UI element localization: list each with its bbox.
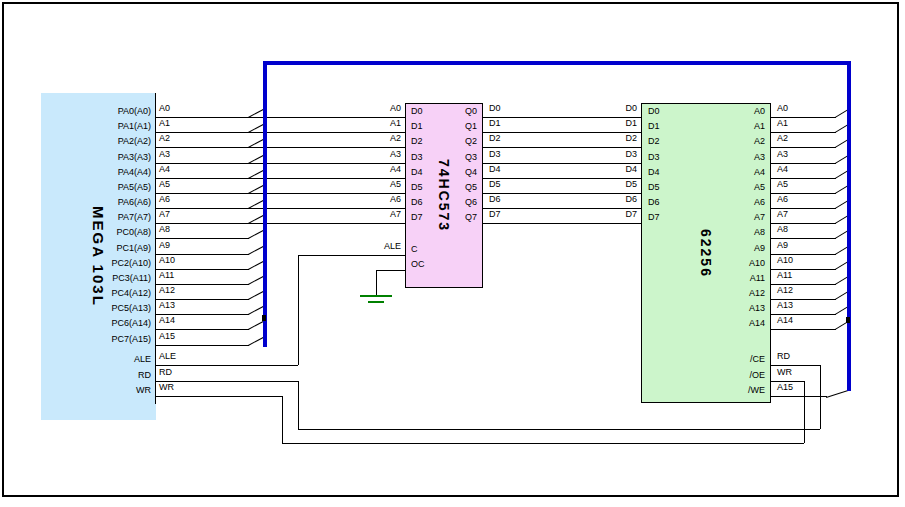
net-label-d2-right: D2 <box>625 134 637 143</box>
pin-mcu-rd: RD <box>138 371 151 380</box>
net-label-a2-mcu: A2 <box>159 134 170 143</box>
net-label-d2-left: D2 <box>489 134 501 143</box>
net-label-a7-latch: A7 <box>390 210 401 219</box>
pin-sram-a13: A13 <box>749 304 765 313</box>
net-label-a3-sram: A3 <box>777 150 788 159</box>
net-label-d4-left: D4 <box>489 165 501 174</box>
net-label-rd-mcu: RD <box>159 368 172 377</box>
pin-latch-q4: Q4 <box>465 168 477 177</box>
pin-latch-d1: D1 <box>411 122 423 131</box>
pin-sram-a6: A6 <box>754 198 765 207</box>
pin-sram-d1: D1 <box>648 122 660 131</box>
net-label-d7-right: D7 <box>625 210 637 219</box>
pin-latch-oc: OC <box>411 260 425 269</box>
net-label-rd-sram: RD <box>777 352 790 361</box>
net-label-d6-left: D6 <box>489 195 501 204</box>
pin-mcu-pc3-a11: PC3(A11) <box>112 274 151 283</box>
net-label-a13-sram: A13 <box>777 301 793 310</box>
net-label-a0-latch: A0 <box>390 104 401 113</box>
pin-mcu-wr: WR <box>136 386 151 395</box>
net-label-a5-sram: A5 <box>777 180 788 189</box>
pin-latch-q2: Q2 <box>465 137 477 146</box>
pin-mcu-pa5-a5: PA5(A5) <box>118 183 151 192</box>
pin-sram-d6: D6 <box>648 198 660 207</box>
pin-latch-q7: Q7 <box>465 213 477 222</box>
net-label-a3-latch: A3 <box>390 150 401 159</box>
net-label-wr-mcu: WR <box>159 383 174 392</box>
net-label-d6-right: D6 <box>625 195 637 204</box>
net-label-a9-mcu: A9 <box>159 241 170 250</box>
net-label-ale-mcu: ALE <box>159 352 176 361</box>
pin-latch-d4: D4 <box>411 168 423 177</box>
net-label-a4-mcu: A4 <box>159 165 170 174</box>
net-label-a14-sram: A14 <box>777 316 793 325</box>
net-label-a1-latch: A1 <box>390 119 401 128</box>
pin-mcu-pc0-a8: PC0(A8) <box>116 228 151 237</box>
net-label-d5-left: D5 <box>489 180 501 189</box>
net-label-d0-right: D0 <box>625 104 637 113</box>
pin-latch-d5: D5 <box>411 183 423 192</box>
net-label-a12-sram: A12 <box>777 286 793 295</box>
pin-sram-a11: A11 <box>750 274 765 283</box>
pin-sram-we: /WE <box>748 386 765 395</box>
pin-mcu-pa7-a7: PA7(A7) <box>118 213 151 222</box>
schematic-canvas: MEGA 103L 74HC573 62256 A0A1A2A3A4A5A6A7… <box>0 0 905 507</box>
pin-mcu-pa1-a1: PA1(A1) <box>118 122 151 131</box>
net-label-d0-left: D0 <box>489 104 501 113</box>
net-label-a6-mcu: A6 <box>159 195 170 204</box>
pin-latch-c: C <box>411 245 418 254</box>
pin-mcu-pc7-a15: PC7(A15) <box>111 335 151 344</box>
net-label-a10-mcu: A10 <box>159 256 175 265</box>
pin-sram-d5: D5 <box>648 183 660 192</box>
pin-sram-d3: D3 <box>648 153 660 162</box>
net-label-a12-mcu: A12 <box>159 286 175 295</box>
net-label-a1-mcu: A1 <box>159 119 170 128</box>
pin-latch-q0: Q0 <box>465 107 477 116</box>
net-label-a7-sram: A7 <box>777 210 788 219</box>
ground-symbol-bar2 <box>368 301 384 303</box>
pin-sram-d4: D4 <box>648 168 660 177</box>
net-label-a4-sram: A4 <box>777 165 788 174</box>
net-label-d1-left: D1 <box>489 119 501 128</box>
net-label-a11-sram: A11 <box>777 271 792 280</box>
net-label-d7-left: D7 <box>489 210 501 219</box>
pin-sram-ce: /CE <box>750 355 765 364</box>
net-label-a14-mcu: A14 <box>159 316 175 325</box>
net-label-a7-mcu: A7 <box>159 210 170 219</box>
pin-sram-a3: A3 <box>754 153 765 162</box>
ground-symbol-bar1 <box>360 295 392 297</box>
pin-sram-d7: D7 <box>648 213 660 222</box>
net-label-a2-sram: A2 <box>777 134 788 143</box>
net-label-d5-right: D5 <box>625 180 637 189</box>
net-label-a8-sram: A8 <box>777 225 788 234</box>
net-label-a9-sram: A9 <box>777 241 788 250</box>
net-label-d3-right: D3 <box>625 150 637 159</box>
pin-sram-d2: D2 <box>648 137 660 146</box>
net-label-d4-right: D4 <box>625 165 637 174</box>
mcu-pin-edge <box>155 93 156 404</box>
net-label-d1-right: D1 <box>625 119 637 128</box>
net-label-a5-latch: A5 <box>390 180 401 189</box>
net-label-d3-left: D3 <box>489 150 501 159</box>
labels-layer: A0A1A2A3A4A5A6A7A8A9A10A11A12A13A14A15A0… <box>0 0 905 507</box>
pin-sram-a12: A12 <box>749 289 765 298</box>
pin-latch-q3: Q3 <box>465 153 477 162</box>
pin-mcu-pc2-a10: PC2(A10) <box>111 259 151 268</box>
pin-latch-d0: D0 <box>411 107 423 116</box>
pin-latch-d7: D7 <box>411 213 423 222</box>
pin-sram-a8: A8 <box>754 228 765 237</box>
net-label-a6-latch: A6 <box>390 195 401 204</box>
pin-mcu-pa4-a4: PA4(A4) <box>118 168 151 177</box>
net-label-wr-sram: WR <box>777 368 792 377</box>
net-label-a6-sram: A6 <box>777 195 788 204</box>
net-label-a0-mcu: A0 <box>159 104 170 113</box>
pin-mcu-pc5-a13: PC5(A13) <box>111 304 151 313</box>
pin-mcu-pa2-a2: PA2(A2) <box>118 137 151 146</box>
pin-sram-a9: A9 <box>754 244 765 253</box>
pin-latch-q1: Q1 <box>465 122 477 131</box>
net-label-a2-latch: A2 <box>390 134 401 143</box>
pin-sram-a5: A5 <box>754 183 765 192</box>
pin-mcu-pc4-a12: PC4(A12) <box>111 289 151 298</box>
pin-sram-a1: A1 <box>754 122 765 131</box>
net-label-a1-sram: A1 <box>777 119 788 128</box>
